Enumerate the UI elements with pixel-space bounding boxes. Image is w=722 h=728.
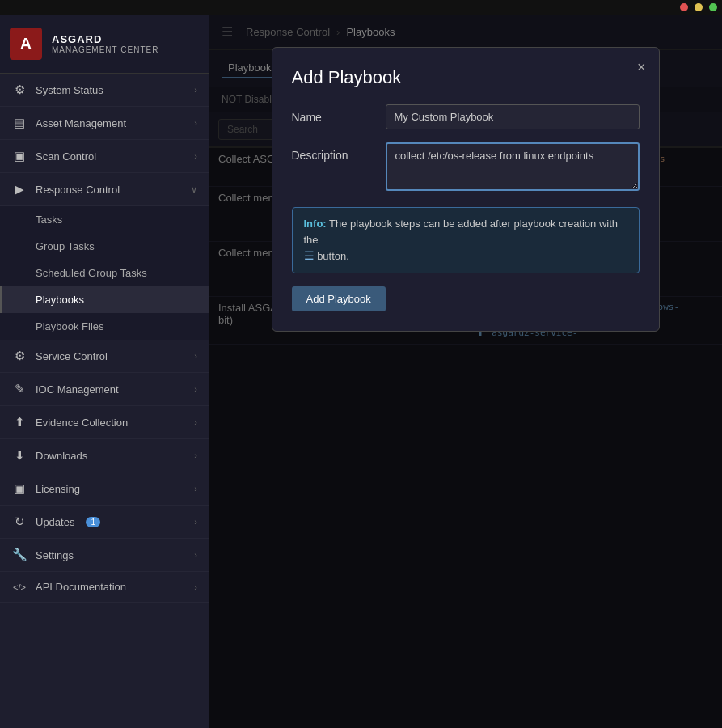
sidebar-label-ioc-management: IOC Management [36, 383, 119, 396]
info-list-icon: ☰ [304, 249, 315, 262]
logo-icon: A [10, 28, 42, 60]
sidebar-label-service-control: Service Control [36, 350, 108, 362]
chevron-settings: › [194, 550, 197, 560]
sidebar-item-licensing[interactable]: ▣ Licensing › [0, 472, 209, 506]
sidebar-label-response-control: Response Control [36, 184, 120, 196]
logo-subtitle: MANAGEMENT CENTER [52, 45, 158, 54]
name-input[interactable] [386, 104, 640, 129]
window-close-dot[interactable] [680, 3, 688, 11]
logo-text: ASGARD MANAGEMENT CENTER [52, 33, 158, 54]
chevron-scan-control: › [194, 151, 197, 161]
evidence-collection-icon: ⬆ [11, 415, 27, 430]
sidebar-label-downloads: Downloads [36, 450, 87, 462]
sidebar-label-asset-management: Asset Management [36, 117, 126, 129]
sidebar-label-licensing: Licensing [36, 483, 80, 495]
add-playbook-button[interactable]: Add Playbook [292, 286, 386, 311]
content-area: ☰ Response Control › Playbooks Playbooks… [209, 15, 722, 728]
response-control-icon: ▶ [11, 182, 27, 197]
service-control-icon: ⚙ [11, 349, 27, 363]
sidebar-item-evidence-collection[interactable]: ⬆ Evidence Collection › [0, 406, 209, 439]
main-layout: A ASGARD MANAGEMENT CENTER ⚙ System Stat… [0, 15, 722, 728]
sidebar-label-updates: Updates [36, 516, 74, 528]
api-docs-icon: </> [11, 582, 27, 592]
info-text: The playbook steps can be added after pl… [304, 218, 619, 246]
sidebar-item-ioc-management[interactable]: ✎ IOC Management › [0, 373, 209, 406]
info-text2: button. [317, 250, 349, 262]
description-field-label: Description [292, 142, 373, 162]
window-maximize-dot[interactable] [709, 3, 717, 11]
info-box: Info: The playbook steps can be added af… [292, 207, 640, 273]
sidebar-subitem-playbooks[interactable]: Playbooks [0, 286, 209, 313]
sidebar-label-settings: Settings [36, 549, 74, 561]
system-status-icon: ⚙ [11, 83, 27, 97]
chevron-licensing: › [194, 484, 197, 493]
sidebar-label-api-docs: API Documentation [36, 581, 126, 593]
subitem-scheduled-group-tasks-label: Scheduled Group Tasks [36, 267, 147, 279]
modal-title: Add Playbook [292, 67, 640, 88]
add-playbook-modal: Add Playbook × Name Description collect … [272, 47, 660, 332]
sidebar-item-downloads[interactable]: ⬇ Downloads › [0, 439, 209, 472]
chevron-api-docs: › [194, 582, 197, 592]
licensing-icon: ▣ [11, 481, 27, 496]
modal-close-button[interactable]: × [637, 59, 646, 76]
form-row-name: Name [292, 104, 640, 129]
chevron-downloads: › [194, 451, 197, 460]
name-field-label: Name [292, 104, 373, 124]
logo-title: ASGARD [52, 33, 158, 45]
downloads-icon: ⬇ [11, 448, 27, 463]
scan-control-icon: ▣ [11, 149, 27, 163]
sidebar-item-response-control[interactable]: ▶ Response Control ∨ [0, 173, 209, 206]
sidebar-item-system-status[interactable]: ⚙ System Status › [0, 74, 209, 107]
sidebar-subitem-scheduled-group-tasks[interactable]: Scheduled Group Tasks [0, 260, 209, 286]
description-textarea[interactable]: collect /etc/os-release from linux endpo… [386, 142, 640, 191]
sidebar-subitem-tasks[interactable]: Tasks [0, 206, 209, 233]
chevron-system-status: › [194, 85, 197, 95]
sidebar-item-updates[interactable]: ↻ Updates 1 › [0, 506, 209, 539]
sidebar-label-evidence-collection: Evidence Collection [36, 417, 128, 429]
settings-icon: 🔧 [11, 548, 27, 562]
sidebar-item-asset-management[interactable]: ▤ Asset Management › [0, 107, 209, 140]
sidebar-label-scan-control: Scan Control [36, 150, 96, 163]
sidebar-label-system-status: System Status [36, 84, 103, 96]
ioc-management-icon: ✎ [11, 382, 27, 396]
info-label: Info: [304, 218, 327, 230]
sidebar-item-settings[interactable]: 🔧 Settings › [0, 539, 209, 572]
window-minimize-dot[interactable] [695, 3, 703, 11]
subitem-group-tasks-label: Group Tasks [36, 240, 95, 252]
name-field-container [386, 104, 640, 129]
chevron-evidence-collection: › [194, 417, 197, 427]
sidebar: A ASGARD MANAGEMENT CENTER ⚙ System Stat… [0, 15, 209, 728]
sidebar-item-scan-control[interactable]: ▣ Scan Control › [0, 140, 209, 173]
subitem-playbook-files-label: Playbook Files [36, 320, 104, 332]
description-field-container: collect /etc/os-release from linux endpo… [386, 142, 640, 194]
chevron-response-control: ∨ [191, 184, 197, 195]
sidebar-subitem-group-tasks[interactable]: Group Tasks [0, 233, 209, 260]
subitem-tasks-label: Tasks [36, 214, 62, 226]
chevron-service-control: › [194, 351, 197, 361]
modal-overlay: Add Playbook × Name Description collect … [209, 15, 722, 728]
updates-icon: ↻ [11, 514, 27, 529]
updates-badge: 1 [86, 517, 100, 527]
sidebar-logo: A ASGARD MANAGEMENT CENTER [0, 15, 209, 74]
chevron-ioc-management: › [194, 384, 197, 394]
chevron-updates: › [194, 517, 197, 527]
sidebar-subitem-playbook-files[interactable]: Playbook Files [0, 313, 209, 340]
response-control-submenu: Tasks Group Tasks Scheduled Group Tasks … [0, 206, 209, 340]
form-row-description: Description collect /etc/os-release from… [292, 142, 640, 194]
asset-management-icon: ▤ [11, 116, 27, 130]
sidebar-item-service-control[interactable]: ⚙ Service Control › [0, 340, 209, 373]
topbar [0, 0, 722, 15]
chevron-asset-management: › [194, 118, 197, 128]
subitem-playbooks-label: Playbooks [36, 294, 84, 306]
sidebar-item-api-docs[interactable]: </> API Documentation › [0, 572, 209, 603]
